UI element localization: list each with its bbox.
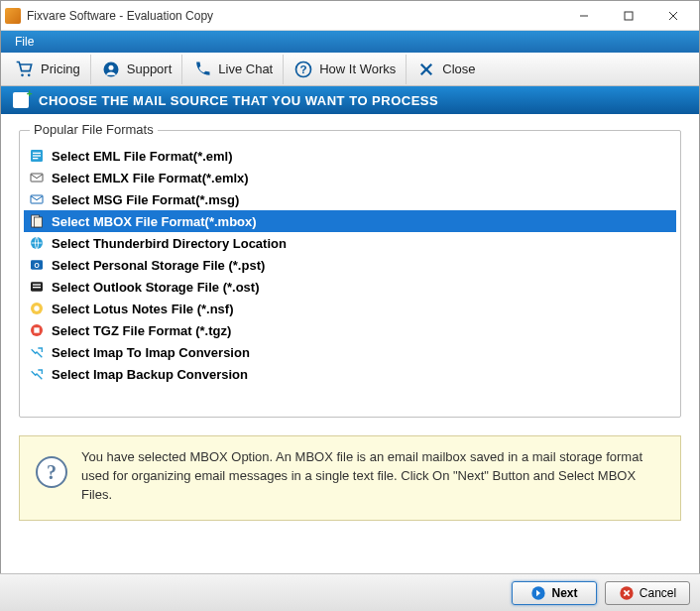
- toolbar-howitworks-label: How It Works: [319, 61, 396, 76]
- svg-rect-17: [31, 195, 43, 203]
- format-label: Select Imap Backup Conversion: [52, 367, 248, 382]
- format-icon: [28, 148, 46, 164]
- info-text: You have selected MBOX Option. An MBOX f…: [81, 448, 664, 506]
- format-icon: O: [28, 257, 46, 273]
- svg-rect-29: [34, 327, 39, 332]
- toolbar-support-label: Support: [127, 61, 173, 76]
- close-icon: [416, 60, 436, 79]
- format-item[interactable]: Select MSG File Format(*.msg): [24, 188, 676, 210]
- cancel-icon: [619, 585, 635, 601]
- svg-rect-14: [33, 155, 41, 156]
- menubar: File: [1, 31, 699, 53]
- format-item[interactable]: Select Outlook Storage File (*.ost): [24, 276, 676, 298]
- format-label: Select EML File Format(*.eml): [52, 149, 233, 164]
- format-item[interactable]: Select TGZ File Format (*.tgz): [24, 319, 676, 341]
- titlebar: Fixvare Software - Evaluation Copy: [1, 1, 699, 31]
- format-item[interactable]: Select MBOX File Format(*.mbox): [24, 210, 676, 232]
- format-label: Select EMLX File Format(*.emlx): [52, 171, 249, 185]
- format-icon: [28, 366, 46, 382]
- groupbox-title: Popular File Formats: [30, 122, 158, 137]
- toolbar-pricing[interactable]: Pricing: [5, 55, 91, 84]
- format-icon: [28, 213, 46, 229]
- toolbar-howitworks[interactable]: ? How It Works: [284, 55, 407, 84]
- svg-text:O: O: [34, 262, 39, 269]
- format-item[interactable]: Select EML File Format(*.eml): [24, 145, 676, 167]
- format-label: Select Imap To Imap Conversion: [52, 345, 250, 360]
- cancel-button-label: Cancel: [640, 586, 676, 600]
- banner: CHOOSE THE MAIL SOURCE THAT YOU WANT TO …: [1, 86, 699, 114]
- headset-icon: [101, 60, 121, 79]
- svg-rect-25: [33, 287, 41, 288]
- minimize-button[interactable]: [561, 2, 606, 30]
- format-item[interactable]: Select Lotus Notes File (*.nsf): [24, 298, 676, 319]
- format-item[interactable]: Select Thunderbird Directory Location: [24, 232, 676, 254]
- svg-rect-13: [33, 153, 41, 154]
- svg-point-5: [28, 73, 31, 76]
- cart-icon: [15, 60, 35, 79]
- format-label: Select MSG File Format(*.msg): [52, 192, 239, 207]
- svg-point-4: [21, 73, 24, 76]
- format-item[interactable]: OSelect Personal Storage File (*.pst): [24, 254, 676, 276]
- banner-icon: [13, 92, 29, 108]
- banner-text: CHOOSE THE MAIL SOURCE THAT YOU WANT TO …: [39, 93, 438, 108]
- format-icon: [28, 191, 46, 207]
- window-close-button[interactable]: [650, 2, 695, 30]
- format-label: Select MBOX File Format(*.mbox): [52, 214, 257, 229]
- toolbar-support[interactable]: Support: [91, 55, 183, 84]
- toolbar-close-label: Close: [442, 61, 475, 76]
- format-label: Select Outlook Storage File (*.ost): [52, 280, 259, 295]
- format-item[interactable]: Select EMLX File Format(*.emlx): [24, 167, 676, 188]
- format-list: Select EML File Format(*.eml)Select EMLX…: [24, 145, 676, 385]
- menu-file[interactable]: File: [7, 33, 42, 51]
- window-title: Fixvare Software - Evaluation Copy: [27, 9, 561, 23]
- format-item[interactable]: Select Imap To Imap Conversion: [24, 341, 676, 363]
- format-icon: [28, 235, 46, 251]
- toolbar-livechat[interactable]: Live Chat: [182, 55, 284, 84]
- format-label: Select Personal Storage File (*.pst): [52, 258, 265, 273]
- maximize-button[interactable]: [606, 2, 650, 30]
- app-icon: [5, 8, 21, 24]
- cancel-button[interactable]: Cancel: [605, 581, 690, 605]
- toolbar-pricing-label: Pricing: [41, 61, 80, 76]
- format-icon: [28, 344, 46, 360]
- content: Popular File Formats Select EML File For…: [1, 114, 699, 418]
- info-icon: ?: [36, 456, 67, 488]
- info-panel: ? You have selected MBOX Option. An MBOX…: [19, 435, 681, 521]
- svg-rect-1: [625, 12, 633, 20]
- question-icon: ?: [293, 60, 313, 79]
- toolbar-close[interactable]: Close: [407, 55, 485, 84]
- svg-rect-16: [31, 174, 43, 182]
- svg-rect-24: [33, 284, 41, 285]
- format-icon: [28, 322, 46, 338]
- format-item[interactable]: Select Imap Backup Conversion: [24, 363, 676, 385]
- arrow-right-icon: [530, 585, 546, 601]
- svg-rect-19: [34, 217, 42, 227]
- format-label: Select TGZ File Format (*.tgz): [52, 323, 231, 338]
- formats-groupbox: Popular File Formats Select EML File For…: [19, 130, 681, 418]
- toolbar-livechat-label: Live Chat: [218, 61, 273, 76]
- svg-text:?: ?: [300, 62, 307, 75]
- svg-point-7: [108, 64, 113, 69]
- format-icon: [28, 279, 46, 295]
- svg-rect-15: [33, 158, 38, 159]
- button-bar: Next Cancel: [0, 573, 700, 611]
- toolbar: Pricing Support Live Chat ? How It Works…: [1, 53, 699, 86]
- info-wrap: ? You have selected MBOX Option. An MBOX…: [1, 418, 699, 539]
- format-label: Select Thunderbird Directory Location: [52, 236, 287, 251]
- next-button[interactable]: Next: [512, 581, 597, 605]
- next-button-label: Next: [551, 586, 577, 600]
- format-icon: [28, 170, 46, 185]
- format-label: Select Lotus Notes File (*.nsf): [52, 302, 233, 316]
- phone-icon: [192, 60, 212, 79]
- svg-point-27: [34, 306, 39, 310]
- format-icon: [28, 301, 46, 316]
